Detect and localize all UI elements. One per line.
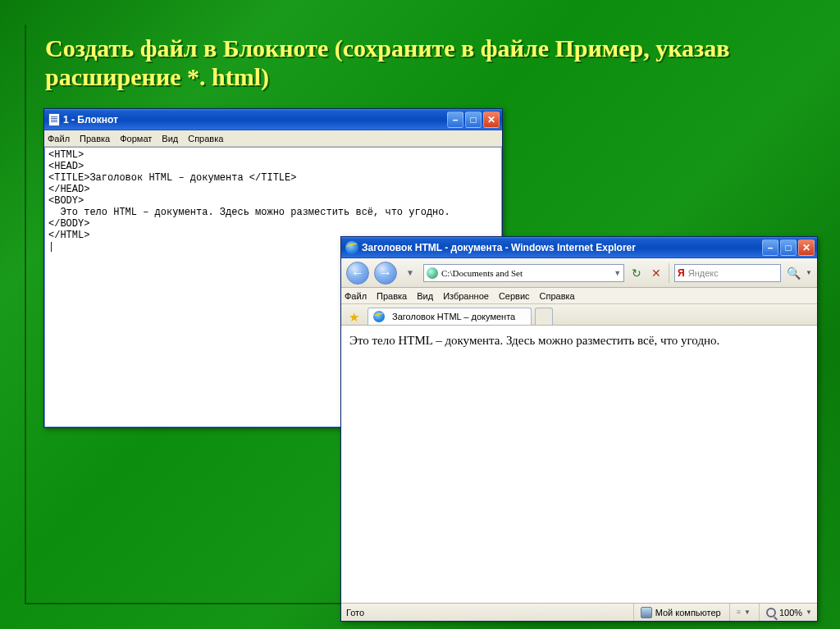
search-placeholder: Яндекс — [688, 268, 719, 278]
minimize-button[interactable]: – — [447, 112, 463, 128]
menu-edit[interactable]: Правка — [80, 134, 110, 144]
menu-format[interactable]: Формат — [120, 134, 152, 144]
maximize-button[interactable]: □ — [465, 112, 482, 128]
zoom-dropdown-icon[interactable]: ▼ — [806, 608, 812, 616]
menu-view[interactable]: Вид — [162, 134, 178, 144]
back-button[interactable]: ← — [346, 262, 369, 285]
slide-title: Создать файл в Блокноте (сохраните в фай… — [45, 34, 800, 91]
notepad-menubar: Файл Правка Формат Вид Справка — [44, 130, 502, 147]
ie-title-text: Заголовок HTML - документа - Windows Int… — [362, 242, 762, 253]
stop-button[interactable]: ✕ — [649, 266, 664, 280]
ie-page-body: Это тело HTML – документа. Здесь можно р… — [341, 326, 817, 603]
menu-view[interactable]: Вид — [417, 291, 433, 301]
search-options-icon[interactable]: ▼ — [806, 269, 812, 276]
page-mode-dropdown-icon[interactable]: ▼ — [744, 608, 751, 616]
computer-icon — [641, 607, 652, 618]
page-icon — [427, 267, 438, 279]
address-bar[interactable]: ▼ — [423, 264, 624, 282]
search-box[interactable]: Я Яндекс — [674, 264, 781, 282]
minimize-button[interactable]: – — [762, 239, 778, 256]
ie-nav-toolbar: ← → ▼ ▼ ↻ ✕ Я Яндекс 🔍 ▼ — [341, 258, 817, 288]
ie-status-bar: Гото Мой компьютер ≡ ▼ 100% ▼ — [341, 603, 817, 621]
ie-tab-bar: ★ Заголовок HTML – документа — [341, 304, 817, 326]
status-zone: Мой компьютер — [633, 604, 721, 621]
close-button[interactable]: ✕ — [483, 112, 500, 128]
page-body-text: Это тело HTML – документа. Здесь можно р… — [349, 334, 719, 347]
address-input[interactable] — [441, 268, 610, 278]
tab-page-icon — [373, 311, 385, 322]
maximize-button[interactable]: □ — [780, 239, 797, 256]
zoom-icon — [766, 608, 776, 618]
search-button[interactable]: 🔍 — [786, 266, 801, 280]
close-button[interactable]: ✕ — [798, 239, 815, 256]
status-protected-mode: ≡ ▼ — [729, 604, 751, 621]
favorites-star-icon[interactable]: ★ — [346, 310, 361, 325]
menu-file[interactable]: Файл — [48, 134, 70, 144]
ie-menubar: Файл Правка Вид Избранное Сервис Справка — [341, 288, 817, 304]
new-tab-button[interactable] — [535, 308, 553, 325]
menu-favorites[interactable]: Избранное — [443, 291, 489, 301]
address-dropdown-icon[interactable]: ▼ — [614, 269, 621, 277]
zoom-value: 100% — [779, 608, 802, 618]
tab-label: Заголовок HTML – документа — [392, 312, 515, 321]
menu-help[interactable]: Справка — [540, 291, 575, 301]
status-ready: Гото — [346, 608, 364, 618]
ie-icon — [345, 241, 358, 254]
status-zoom[interactable]: 100% ▼ — [759, 604, 812, 621]
yandex-icon: Я — [678, 267, 685, 279]
menu-file[interactable]: Файл — [345, 291, 367, 301]
browser-tab[interactable]: Заголовок HTML – документа — [368, 308, 532, 325]
refresh-button[interactable]: ↻ — [629, 266, 644, 280]
page-mode-icon: ≡ — [737, 608, 741, 616]
notepad-titlebar[interactable]: 1 - Блокнот – □ ✕ — [44, 109, 502, 130]
menu-tools[interactable]: Сервис — [499, 291, 530, 301]
menu-help[interactable]: Справка — [188, 134, 223, 144]
ie-window: Заголовок HTML - документа - Windows Int… — [340, 236, 818, 622]
ie-titlebar[interactable]: Заголовок HTML - документа - Windows Int… — [341, 237, 817, 258]
toolbar-separator — [669, 263, 669, 283]
menu-edit[interactable]: Правка — [377, 291, 407, 301]
status-zone-label: Мой компьютер — [655, 608, 721, 618]
forward-button[interactable]: → — [374, 262, 397, 285]
notepad-title-text: 1 - Блокнот — [63, 114, 447, 125]
notepad-icon — [48, 113, 60, 126]
nav-dropdown[interactable]: ▼ — [402, 262, 418, 284]
